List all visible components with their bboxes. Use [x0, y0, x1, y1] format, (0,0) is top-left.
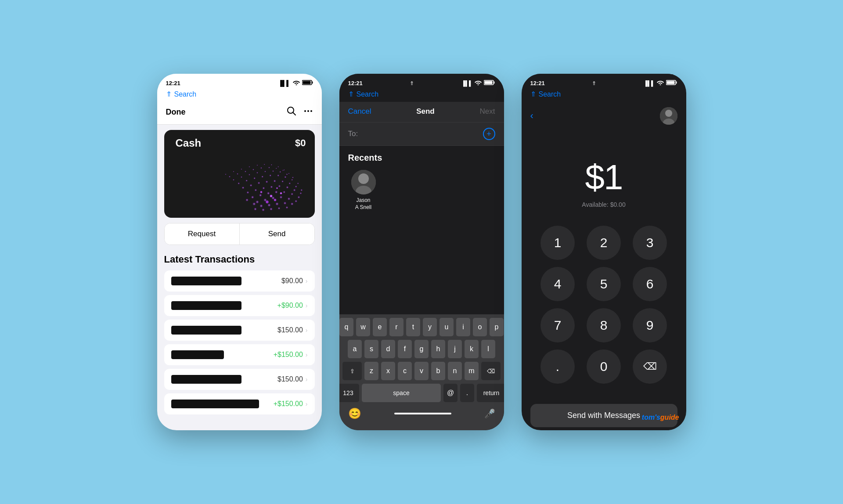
- tx-desc: [171, 375, 272, 384]
- key-123[interactable]: 123: [339, 384, 360, 402]
- send-title: Send: [416, 107, 435, 116]
- key-a[interactable]: a: [348, 340, 362, 358]
- key-w[interactable]: w: [356, 318, 370, 336]
- svg-point-34: [281, 180, 284, 183]
- transaction-item[interactable]: $150.00›: [164, 320, 315, 341]
- key-6[interactable]: 6: [633, 267, 667, 301]
- more-button[interactable]: [303, 106, 313, 118]
- to-input[interactable]: [361, 130, 479, 138]
- key-k[interactable]: k: [465, 340, 479, 358]
- send-button[interactable]: Send: [240, 223, 314, 245]
- nav-icons: [287, 106, 313, 118]
- svg-point-96: [358, 173, 369, 184]
- key-e[interactable]: e: [373, 318, 387, 336]
- key-v[interactable]: v: [414, 362, 429, 380]
- svg-point-91: [280, 192, 282, 194]
- key-u[interactable]: u: [440, 318, 454, 336]
- mic-button[interactable]: 🎤: [484, 408, 495, 419]
- key-delete[interactable]: ⌫: [481, 362, 501, 380]
- key-9[interactable]: 9: [633, 308, 667, 342]
- key-0[interactable]: 0: [587, 349, 621, 384]
- transactions-title: Latest Transactions: [164, 254, 315, 265]
- signal-icon-2: ▐▌▌: [461, 80, 473, 86]
- key-period[interactable]: .: [460, 384, 474, 402]
- key-y[interactable]: y: [423, 318, 437, 336]
- transaction-item[interactable]: +$90.00›: [164, 295, 315, 316]
- done-button[interactable]: Done: [166, 108, 186, 117]
- top-nav-2: Cancel Send Next: [339, 102, 504, 122]
- transaction-item[interactable]: $90.00›: [164, 270, 315, 292]
- key-x[interactable]: x: [381, 362, 395, 380]
- key-r[interactable]: r: [389, 318, 403, 336]
- key-7[interactable]: 7: [540, 308, 575, 342]
- svg-point-31: [257, 182, 259, 184]
- status-icons-2: ▐▌▌: [461, 80, 495, 86]
- key-d[interactable]: d: [381, 340, 395, 358]
- tx-redacted-3: [171, 326, 241, 335]
- svg-point-73: [283, 169, 285, 171]
- key-3[interactable]: 3: [633, 226, 667, 260]
- key-f[interactable]: f: [398, 340, 412, 358]
- svg-rect-93: [494, 82, 495, 84]
- search-button[interactable]: [287, 106, 296, 118]
- key-at[interactable]: @: [443, 384, 458, 402]
- search-nav-2: ⇑ Search: [339, 88, 504, 102]
- key-return[interactable]: return: [477, 384, 504, 402]
- transaction-item[interactable]: $150.00›: [164, 369, 315, 390]
- svg-point-53: [279, 171, 281, 173]
- key-m[interactable]: m: [465, 362, 479, 380]
- next-button[interactable]: Next: [480, 107, 495, 116]
- action-buttons: Request Send: [164, 223, 315, 245]
- recent-contact[interactable]: JasonA Snell: [348, 170, 379, 211]
- cancel-button[interactable]: Cancel: [348, 107, 371, 116]
- svg-point-66: [233, 171, 234, 172]
- key-h[interactable]: h: [431, 340, 445, 358]
- svg-point-24: [270, 186, 272, 188]
- cash-label: Cash: [176, 137, 202, 149]
- key-s[interactable]: s: [364, 340, 378, 358]
- chevron-icon: ›: [306, 400, 308, 407]
- svg-point-15: [259, 194, 262, 197]
- key-t[interactable]: t: [406, 318, 420, 336]
- key-decimal[interactable]: .: [540, 349, 575, 384]
- tx-desc: [171, 326, 272, 335]
- key-n[interactable]: n: [448, 362, 462, 380]
- svg-point-35: [288, 182, 291, 184]
- key-o[interactable]: o: [473, 318, 487, 336]
- emoji-button[interactable]: 😊: [348, 407, 361, 420]
- svg-point-81: [262, 209, 264, 211]
- key-j[interactable]: j: [448, 340, 462, 358]
- svg-rect-1: [312, 82, 313, 84]
- svg-point-74: [259, 204, 263, 207]
- svg-point-71: [271, 164, 272, 166]
- svg-point-13: [295, 200, 297, 202]
- key-b[interactable]: b: [431, 362, 445, 380]
- key-8[interactable]: 8: [587, 308, 621, 342]
- key-p[interactable]: p: [490, 318, 504, 336]
- key-space[interactable]: space: [362, 384, 441, 402]
- time-3: 12:21: [530, 80, 545, 86]
- key-g[interactable]: g: [414, 340, 429, 358]
- kb-row-2: a s d f g h j k l: [341, 340, 502, 358]
- svg-point-76: [275, 202, 278, 205]
- transaction-item[interactable]: +$150.00›: [164, 393, 315, 414]
- add-recipient-button[interactable]: +: [483, 128, 495, 140]
- key-i[interactable]: i: [456, 318, 470, 336]
- tx-redacted-2: [171, 301, 241, 310]
- back-button[interactable]: ‹: [530, 110, 533, 122]
- svg-point-89: [276, 187, 278, 189]
- key-4[interactable]: 4: [540, 267, 575, 301]
- key-q[interactable]: q: [339, 318, 353, 336]
- svg-point-65: [225, 174, 226, 175]
- key-5[interactable]: 5: [587, 267, 621, 301]
- key-1[interactable]: 1: [540, 226, 575, 260]
- key-2[interactable]: 2: [587, 226, 621, 260]
- key-shift[interactable]: ⇧: [342, 362, 362, 380]
- key-c[interactable]: c: [398, 362, 412, 380]
- request-button[interactable]: Request: [165, 223, 240, 245]
- key-backspace[interactable]: ⌫: [633, 349, 667, 384]
- key-l[interactable]: l: [481, 340, 495, 358]
- recents-section: Recents JasonA Snell: [339, 146, 504, 218]
- transaction-item[interactable]: +$150.00›: [164, 344, 315, 365]
- key-z[interactable]: z: [364, 362, 378, 380]
